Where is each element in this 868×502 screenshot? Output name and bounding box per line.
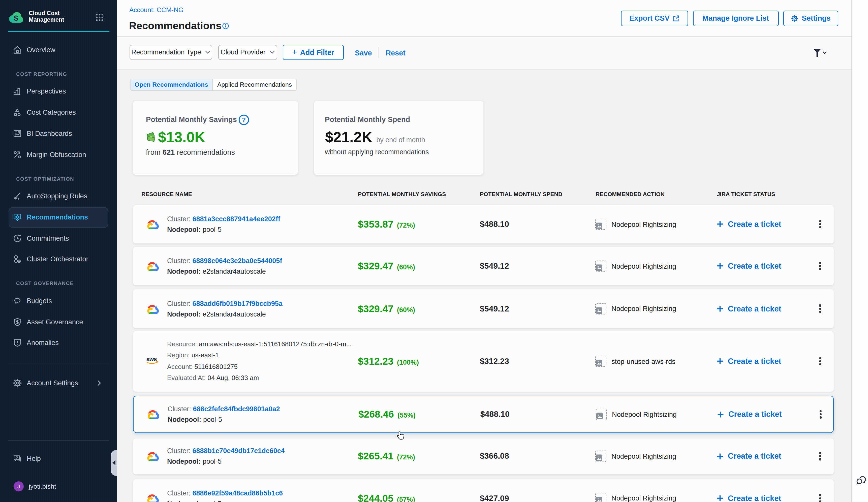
svg-text:aws: aws [146, 356, 156, 362]
svg-text:?: ? [16, 456, 18, 460]
svg-text:$: $ [14, 14, 18, 22]
svg-text:?: ? [242, 116, 246, 123]
